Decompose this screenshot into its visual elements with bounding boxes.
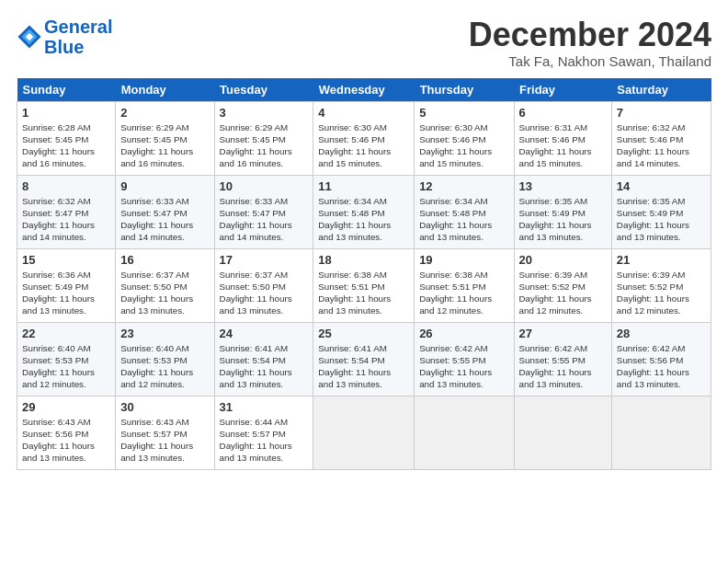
day-number: 4 bbox=[318, 106, 409, 120]
calendar-cell: 25Sunrise: 6:41 AM Sunset: 5:54 PM Dayli… bbox=[313, 322, 415, 396]
calendar-cell: 22Sunrise: 6:40 AM Sunset: 5:53 PM Dayli… bbox=[17, 322, 116, 396]
day-info: Sunrise: 6:28 AM Sunset: 5:45 PM Dayligh… bbox=[22, 121, 110, 170]
logo-icon bbox=[17, 24, 42, 50]
day-number: 20 bbox=[519, 253, 607, 267]
day-info: Sunrise: 6:38 AM Sunset: 5:51 PM Dayligh… bbox=[419, 269, 508, 317]
day-info: Sunrise: 6:35 AM Sunset: 5:49 PM Dayligh… bbox=[617, 195, 706, 244]
day-number: 21 bbox=[617, 253, 706, 267]
calendar-cell: 20Sunrise: 6:39 AM Sunset: 5:52 PM Dayli… bbox=[514, 248, 611, 322]
day-info: Sunrise: 6:31 AM Sunset: 5:46 PM Dayligh… bbox=[519, 121, 607, 170]
calendar-cell: 21Sunrise: 6:39 AM Sunset: 5:52 PM Dayli… bbox=[611, 248, 711, 322]
weekday-header: Saturday bbox=[611, 78, 711, 102]
calendar-cell: 2Sunrise: 6:29 AM Sunset: 5:45 PM Daylig… bbox=[116, 101, 214, 175]
day-number: 5 bbox=[419, 106, 508, 120]
calendar-cell: 15Sunrise: 6:36 AM Sunset: 5:49 PM Dayli… bbox=[17, 248, 116, 322]
day-info: Sunrise: 6:37 AM Sunset: 5:50 PM Dayligh… bbox=[220, 269, 309, 317]
calendar-cell: 4Sunrise: 6:30 AM Sunset: 5:46 PM Daylig… bbox=[313, 101, 415, 175]
calendar-week-row: 29Sunrise: 6:43 AM Sunset: 5:56 PM Dayli… bbox=[17, 396, 711, 469]
logo-line2: Blue bbox=[44, 37, 84, 57]
day-number: 31 bbox=[220, 400, 309, 414]
day-number: 10 bbox=[220, 179, 309, 193]
calendar-cell bbox=[514, 396, 611, 469]
day-info: Sunrise: 6:29 AM Sunset: 5:45 PM Dayligh… bbox=[120, 121, 209, 170]
day-number: 11 bbox=[318, 179, 409, 193]
calendar-cell: 31Sunrise: 6:44 AM Sunset: 5:57 PM Dayli… bbox=[214, 396, 313, 469]
day-info: Sunrise: 6:29 AM Sunset: 5:45 PM Dayligh… bbox=[220, 121, 309, 170]
day-info: Sunrise: 6:40 AM Sunset: 5:53 PM Dayligh… bbox=[120, 342, 209, 391]
day-info: Sunrise: 6:33 AM Sunset: 5:47 PM Dayligh… bbox=[220, 195, 309, 244]
calendar-cell: 30Sunrise: 6:43 AM Sunset: 5:57 PM Dayli… bbox=[116, 396, 214, 469]
calendar-cell: 14Sunrise: 6:35 AM Sunset: 5:49 PM Dayli… bbox=[611, 175, 711, 248]
day-info: Sunrise: 6:38 AM Sunset: 5:51 PM Dayligh… bbox=[318, 269, 409, 317]
day-number: 30 bbox=[120, 400, 209, 414]
day-info: Sunrise: 6:33 AM Sunset: 5:47 PM Dayligh… bbox=[120, 195, 209, 244]
calendar-cell: 26Sunrise: 6:42 AM Sunset: 5:55 PM Dayli… bbox=[415, 322, 514, 396]
calendar-week-row: 22Sunrise: 6:40 AM Sunset: 5:53 PM Dayli… bbox=[17, 322, 711, 396]
calendar-week-row: 8Sunrise: 6:32 AM Sunset: 5:47 PM Daylig… bbox=[17, 175, 711, 248]
day-info: Sunrise: 6:39 AM Sunset: 5:52 PM Dayligh… bbox=[519, 269, 607, 317]
day-info: Sunrise: 6:42 AM Sunset: 5:55 PM Dayligh… bbox=[519, 342, 607, 391]
calendar-cell: 27Sunrise: 6:42 AM Sunset: 5:55 PM Dayli… bbox=[514, 322, 611, 396]
calendar-header-row: SundayMondayTuesdayWednesdayThursdayFrid… bbox=[17, 78, 711, 102]
day-number: 26 bbox=[419, 327, 508, 340]
location: Tak Fa, Nakhon Sawan, Thailand bbox=[469, 53, 711, 69]
day-info: Sunrise: 6:41 AM Sunset: 5:54 PM Dayligh… bbox=[220, 342, 309, 391]
day-number: 22 bbox=[22, 327, 110, 340]
weekday-header: Sunday bbox=[17, 78, 116, 102]
day-number: 9 bbox=[120, 179, 209, 193]
calendar-cell bbox=[415, 396, 514, 469]
day-number: 7 bbox=[617, 106, 706, 120]
logo: General Blue bbox=[17, 17, 112, 57]
day-info: Sunrise: 6:40 AM Sunset: 5:53 PM Dayligh… bbox=[22, 342, 110, 391]
day-number: 3 bbox=[220, 106, 309, 120]
calendar-cell: 29Sunrise: 6:43 AM Sunset: 5:56 PM Dayli… bbox=[17, 396, 116, 469]
calendar-cell: 28Sunrise: 6:42 AM Sunset: 5:56 PM Dayli… bbox=[611, 322, 711, 396]
weekday-header: Wednesday bbox=[313, 78, 415, 102]
day-number: 8 bbox=[22, 179, 110, 193]
calendar-cell: 10Sunrise: 6:33 AM Sunset: 5:47 PM Dayli… bbox=[214, 175, 313, 248]
day-info: Sunrise: 6:36 AM Sunset: 5:49 PM Dayligh… bbox=[22, 269, 110, 317]
calendar-cell: 3Sunrise: 6:29 AM Sunset: 5:45 PM Daylig… bbox=[214, 101, 313, 175]
day-number: 24 bbox=[220, 327, 309, 340]
calendar-cell bbox=[611, 396, 711, 469]
day-number: 12 bbox=[419, 179, 508, 193]
day-info: Sunrise: 6:30 AM Sunset: 5:46 PM Dayligh… bbox=[318, 121, 409, 170]
page-container: General Blue December 2024 Tak Fa, Nakho… bbox=[0, 0, 728, 479]
calendar-week-row: 15Sunrise: 6:36 AM Sunset: 5:49 PM Dayli… bbox=[17, 248, 711, 322]
calendar-cell: 8Sunrise: 6:32 AM Sunset: 5:47 PM Daylig… bbox=[17, 175, 116, 248]
day-info: Sunrise: 6:42 AM Sunset: 5:56 PM Dayligh… bbox=[617, 342, 706, 391]
calendar-week-row: 1Sunrise: 6:28 AM Sunset: 5:45 PM Daylig… bbox=[17, 101, 711, 175]
calendar-cell: 23Sunrise: 6:40 AM Sunset: 5:53 PM Dayli… bbox=[116, 322, 214, 396]
day-number: 17 bbox=[220, 253, 309, 267]
day-info: Sunrise: 6:30 AM Sunset: 5:46 PM Dayligh… bbox=[419, 121, 508, 170]
day-number: 13 bbox=[519, 179, 607, 193]
logo-text: General Blue bbox=[44, 17, 112, 57]
weekday-header: Friday bbox=[514, 78, 611, 102]
day-info: Sunrise: 6:32 AM Sunset: 5:47 PM Dayligh… bbox=[22, 195, 110, 244]
day-info: Sunrise: 6:42 AM Sunset: 5:55 PM Dayligh… bbox=[419, 342, 508, 391]
day-number: 27 bbox=[519, 327, 607, 340]
day-number: 15 bbox=[22, 253, 110, 267]
calendar-cell: 11Sunrise: 6:34 AM Sunset: 5:48 PM Dayli… bbox=[313, 175, 415, 248]
day-info: Sunrise: 6:35 AM Sunset: 5:49 PM Dayligh… bbox=[519, 195, 607, 244]
weekday-header: Monday bbox=[116, 78, 214, 102]
calendar-cell: 19Sunrise: 6:38 AM Sunset: 5:51 PM Dayli… bbox=[415, 248, 514, 322]
month-title: December 2024 bbox=[469, 17, 711, 53]
day-number: 14 bbox=[617, 179, 706, 193]
day-info: Sunrise: 6:39 AM Sunset: 5:52 PM Dayligh… bbox=[617, 269, 706, 317]
day-info: Sunrise: 6:43 AM Sunset: 5:57 PM Dayligh… bbox=[120, 416, 209, 465]
header: General Blue December 2024 Tak Fa, Nakho… bbox=[17, 17, 711, 69]
weekday-header: Thursday bbox=[415, 78, 514, 102]
calendar-cell: 24Sunrise: 6:41 AM Sunset: 5:54 PM Dayli… bbox=[214, 322, 313, 396]
day-info: Sunrise: 6:41 AM Sunset: 5:54 PM Dayligh… bbox=[318, 342, 409, 391]
day-info: Sunrise: 6:44 AM Sunset: 5:57 PM Dayligh… bbox=[220, 416, 309, 465]
day-info: Sunrise: 6:43 AM Sunset: 5:56 PM Dayligh… bbox=[22, 416, 110, 465]
calendar-cell: 16Sunrise: 6:37 AM Sunset: 5:50 PM Dayli… bbox=[116, 248, 214, 322]
day-info: Sunrise: 6:37 AM Sunset: 5:50 PM Dayligh… bbox=[120, 269, 209, 317]
calendar-cell: 6Sunrise: 6:31 AM Sunset: 5:46 PM Daylig… bbox=[514, 101, 611, 175]
day-info: Sunrise: 6:34 AM Sunset: 5:48 PM Dayligh… bbox=[419, 195, 508, 244]
title-block: December 2024 Tak Fa, Nakhon Sawan, Thai… bbox=[469, 17, 711, 69]
day-number: 1 bbox=[22, 106, 110, 120]
calendar-cell bbox=[313, 396, 415, 469]
day-number: 28 bbox=[617, 327, 706, 340]
